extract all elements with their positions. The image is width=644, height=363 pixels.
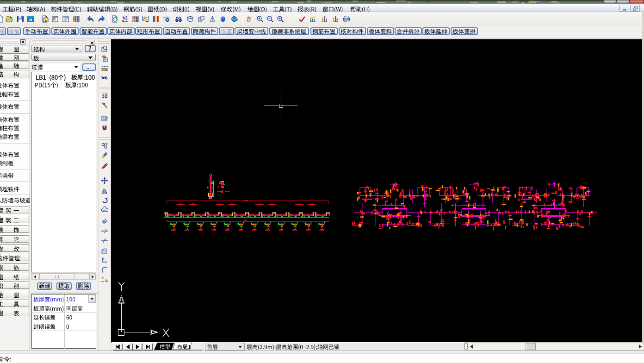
svg-text:h: h — [123, 16, 125, 20]
svg-text:a: a — [29, 16, 32, 23]
